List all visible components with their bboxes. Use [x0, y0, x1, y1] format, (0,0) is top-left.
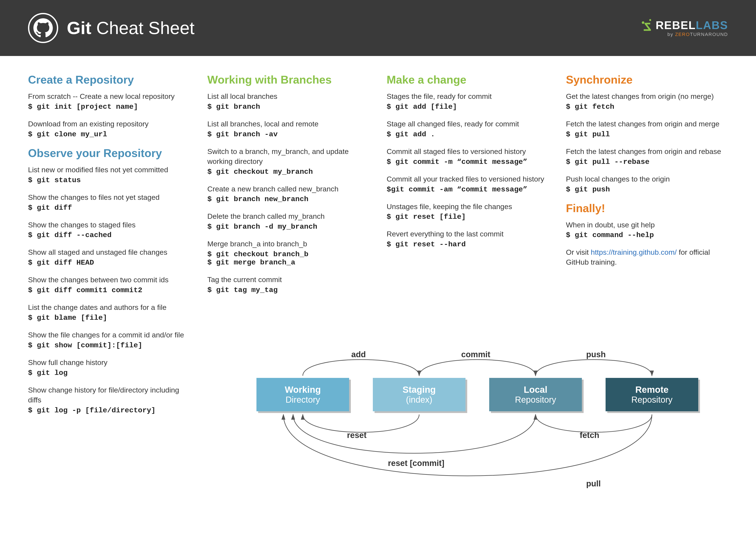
- training-link-item: Or visit https://training.github.com/ fo…: [566, 247, 728, 267]
- stage-working-directory: WorkingDirectory: [256, 378, 349, 411]
- item-cmd: $ git init [project name]: [28, 103, 190, 111]
- item-desc: Show the changes to staged files: [28, 220, 190, 230]
- item-desc: From scratch -- Create a new local repos…: [28, 91, 190, 101]
- cheat-item: Show change history for file/directory i…: [28, 385, 190, 415]
- header-left: Git Cheat Sheet: [28, 13, 195, 43]
- item-desc: Show change history for file/directory i…: [28, 385, 190, 405]
- cheat-item: Delete the branch called my_branch$ git …: [207, 212, 369, 231]
- item-desc: Show the changes between two commit ids: [28, 275, 190, 285]
- item-cmd: $ git command --help: [566, 231, 728, 239]
- item-desc: Stage all changed files, ready for commi…: [387, 119, 549, 129]
- cheat-item: Push local changes to the origin$ git pu…: [566, 174, 728, 193]
- item-desc: List the change dates and authors for a …: [28, 302, 190, 313]
- header: Git Cheat Sheet REBELLABS by ZEROTURNARO…: [0, 0, 756, 56]
- item-cmd: $ git commit -m “commit message”: [387, 158, 549, 166]
- heading-synchronize: Synchronize: [566, 73, 728, 86]
- item-desc: Fetch the latest changes from origin and…: [566, 147, 728, 157]
- cheat-item: List the change dates and authors for a …: [28, 302, 190, 322]
- item-desc: Revert everything to the last commit: [387, 229, 549, 239]
- item-cmd: $ git push: [566, 185, 728, 193]
- item-cmd: $ git show [commit]:[file]: [28, 341, 190, 349]
- diagram-arrows: [222, 345, 728, 522]
- heading-finally: Finally!: [566, 202, 728, 215]
- item-cmd: $ git log -p [file/directory]: [28, 406, 190, 415]
- cheat-item: Switch to a branch, my_branch, and updat…: [207, 147, 369, 176]
- zeroturnaround-icon: [640, 19, 653, 32]
- item-desc: Download from an existing repository: [28, 119, 190, 129]
- svg-point-0: [649, 19, 651, 21]
- item-desc: Delete the branch called my_branch: [207, 212, 369, 221]
- item-cmd: $ git diff commit1 commit2: [28, 286, 190, 294]
- item-cmd: $ git diff: [28, 204, 190, 212]
- item-cmd: $ git add .: [387, 130, 549, 139]
- item-desc: Show the file changes for a commit id an…: [28, 330, 190, 340]
- item-cmd: $ git branch -d my_branch: [207, 223, 369, 231]
- item-cmd: $ git branch: [207, 103, 369, 111]
- item-cmd: $ git tag my_tag: [207, 286, 369, 294]
- item-cmd: $ git clone my_url: [28, 130, 190, 139]
- rebellabs-logo: REBELLABS by ZEROTURNAROUND: [640, 19, 728, 37]
- item-desc: Commit all staged files to versioned his…: [387, 147, 549, 157]
- heading-make-change: Make a change: [387, 73, 549, 86]
- item-desc: Tag the current commit: [207, 275, 369, 285]
- item-cmd: $ git pull: [566, 130, 728, 139]
- cheat-item: Commit all your tracked files to version…: [387, 174, 549, 193]
- item-desc: When in doubt, use git help: [566, 220, 728, 230]
- item-desc: Show full change history: [28, 358, 190, 368]
- arrow-label-fetch: fetch: [580, 431, 599, 440]
- cheat-item: Stage all changed files, ready for commi…: [387, 119, 549, 139]
- item-cmd: $ git pull --rebase: [566, 158, 728, 166]
- item-desc: Create a new branch called new_branch: [207, 184, 369, 194]
- item-desc: Push local changes to the origin: [566, 174, 728, 184]
- arrow-label-pull: pull: [586, 479, 601, 488]
- cheat-item: Merge branch_a into branch_b$ git checko…: [207, 239, 369, 267]
- cheat-item: Show the changes between two commit ids$…: [28, 275, 190, 294]
- arrow-label-commit: commit: [461, 350, 490, 359]
- item-desc: Show the changes to files not yet staged: [28, 192, 190, 202]
- arrow-label-reset-commit: reset [commit]: [388, 459, 445, 468]
- cheat-item: Tag the current commit$ git tag my_tag: [207, 275, 369, 294]
- stage-local-repo: LocalRepository: [489, 378, 582, 411]
- item-desc: Show all staged and unstaged file change…: [28, 247, 190, 257]
- heading-observe-repo: Observe your Repository: [28, 147, 190, 160]
- item-cmd: $ git checkout my_branch: [207, 168, 369, 176]
- svg-point-1: [642, 21, 644, 24]
- item-desc: List new or modified files not yet commi…: [28, 165, 190, 175]
- cheat-item: Fetch the latest changes from origin and…: [566, 119, 728, 139]
- column-1: Create a Repository From scratch -- Crea…: [28, 69, 190, 423]
- arrow-label-push: push: [586, 350, 606, 359]
- cheat-item: Download from an existing repository$ gi…: [28, 119, 190, 139]
- cheat-item: List new or modified files not yet commi…: [28, 165, 190, 184]
- stage-remote-repo: RemoteRepository: [606, 378, 698, 411]
- cheat-item: Show the changes to files not yet staged…: [28, 192, 190, 212]
- item-cmd: $ git diff --cached: [28, 231, 190, 239]
- cheat-item: From scratch -- Create a new local repos…: [28, 91, 190, 111]
- item-desc: Merge branch_a into branch_b: [207, 239, 369, 249]
- heading-create-repo: Create a Repository: [28, 73, 190, 86]
- item-desc: List all branches, local and remote: [207, 119, 369, 129]
- item-cmd: $ git reset --hard: [387, 240, 549, 248]
- cheat-item: Fetch the latest changes from origin and…: [566, 147, 728, 166]
- item-cmd: $ git log: [28, 369, 190, 377]
- item-cmd: $git commit -am “commit message”: [387, 185, 549, 193]
- cheat-item: Unstages file, keeping the file changes$…: [387, 202, 549, 221]
- git-flow-diagram: WorkingDirectory Staging(index) LocalRep…: [222, 345, 728, 522]
- cheat-item: Show the file changes for a commit id an…: [28, 330, 190, 349]
- item-desc: Unstages file, keeping the file changes: [387, 202, 549, 212]
- arrow-label-reset: reset: [347, 431, 366, 440]
- item-desc: Stages the file, ready for commit: [387, 91, 549, 101]
- training-link[interactable]: https://training.github.com/: [591, 248, 677, 256]
- stage-staging: Staging(index): [373, 378, 466, 411]
- item-cmd: $ git checkout branch_b $ git merge bran…: [207, 250, 369, 267]
- github-icon: [28, 13, 58, 43]
- cheat-item: Show all staged and unstaged file change…: [28, 247, 190, 267]
- item-cmd: $ git add [file]: [387, 103, 549, 111]
- item-desc: Fetch the latest changes from origin and…: [566, 119, 728, 129]
- heading-branches: Working with Branches: [207, 73, 369, 86]
- item-cmd: $ git blame [file]: [28, 314, 190, 322]
- item-desc: Get the latest changes from origin (no m…: [566, 91, 728, 101]
- cheat-item: Show full change history$ git log: [28, 358, 190, 377]
- item-cmd: $ git status: [28, 176, 190, 184]
- arrow-label-add: add: [351, 350, 366, 359]
- item-cmd: $ git branch -av: [207, 130, 369, 139]
